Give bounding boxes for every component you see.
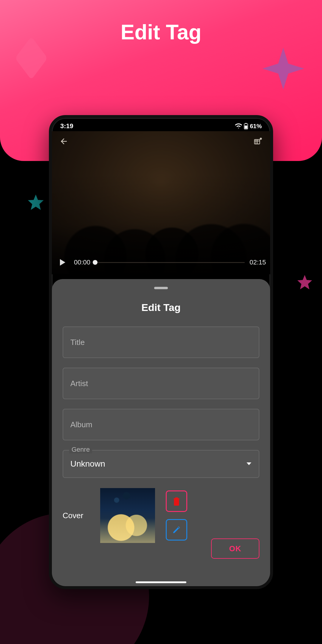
svg-rect-1 xyxy=(245,123,247,124)
back-button[interactable] xyxy=(57,135,70,148)
cover-thumbnail[interactable] xyxy=(100,488,155,543)
phone-frame: 3:19 61% 00:00 xyxy=(49,115,273,589)
svg-rect-2 xyxy=(244,126,247,129)
edit-tag-sheet: Edit Tag Title Artist Album Genre Unknow… xyxy=(52,279,270,586)
video-elapsed-time: 00:00 xyxy=(74,258,90,266)
album-label: Album xyxy=(70,420,92,429)
genre-select[interactable]: Unknown xyxy=(63,450,259,478)
artist-label: Artist xyxy=(70,379,88,388)
ok-button[interactable]: OK xyxy=(211,538,259,559)
cover-label: Cover xyxy=(63,511,89,520)
title-label: Title xyxy=(70,338,85,347)
delete-cover-button[interactable] xyxy=(166,490,187,512)
album-field[interactable]: Album xyxy=(63,409,259,440)
play-icon xyxy=(60,259,65,266)
play-button[interactable] xyxy=(56,256,69,269)
pencil-icon xyxy=(172,525,181,534)
sheet-title: Edit Tag xyxy=(63,302,259,313)
seek-thumb[interactable] xyxy=(93,260,97,265)
star-icon xyxy=(27,194,45,212)
ok-label: OK xyxy=(229,544,242,553)
title-field[interactable]: Title xyxy=(63,326,259,358)
battery-icon xyxy=(244,123,248,129)
trash-icon xyxy=(173,497,180,506)
marketing-title: Edit Tag xyxy=(0,20,322,44)
edit-cover-button[interactable] xyxy=(166,519,187,541)
svg-rect-3 xyxy=(255,140,260,144)
sheet-drag-handle[interactable] xyxy=(154,287,168,289)
video-seek-bar[interactable] xyxy=(95,262,245,263)
video-preview: 00:00 02:15 xyxy=(52,131,270,274)
genre-value: Unknown xyxy=(70,459,105,469)
genre-label: Genre xyxy=(69,446,92,453)
status-bar: 3:19 61% xyxy=(52,118,270,131)
artist-field[interactable]: Artist xyxy=(63,368,259,399)
chevron-down-icon xyxy=(246,462,252,466)
video-edit-button[interactable] xyxy=(252,135,265,148)
status-time: 3:19 xyxy=(60,122,73,130)
star-icon xyxy=(296,274,313,291)
wifi-icon xyxy=(235,123,242,129)
sparkle-icon xyxy=(262,48,304,89)
status-battery-pct: 61% xyxy=(250,123,262,130)
video-duration: 02:15 xyxy=(250,258,266,266)
gesture-nav-bar[interactable] xyxy=(136,581,186,583)
